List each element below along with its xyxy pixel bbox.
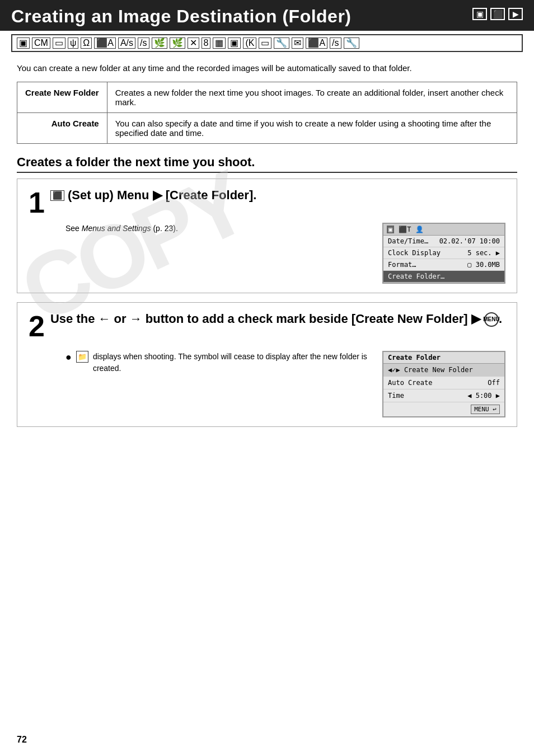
step1-header: 1 ⬛ (Set up) Menu ▶ [Create Folder]. <box>29 188 505 217</box>
step2-number: 2 <box>29 312 45 341</box>
mode-icon-psi: ψ <box>68 37 78 49</box>
folder-menu-btn-row: MENU ↩ <box>383 402 504 416</box>
folder-item-autocreate: Auto Create Off <box>383 377 504 389</box>
mode-icon-x: ✕ <box>188 37 199 49</box>
play-icon: ▶ <box>508 8 523 20</box>
table-label-auto: Auto Create <box>17 112 107 143</box>
header-bar: Creating an Image Destination (Folder) ▣… <box>0 0 534 31</box>
folder-screen: Create Folder ◀✓▶ Create New Folder Auto… <box>382 351 505 417</box>
mode-icon-movie: ▭ <box>53 37 65 49</box>
folder-item-label: ◀✓▶ Create New Folder <box>388 366 473 374</box>
bullet-item: ● 📁 displays when shooting. The symbol w… <box>65 351 371 374</box>
menu-button-circle: MENU <box>484 312 499 327</box>
mode-icon-cm: CM <box>32 37 50 49</box>
setup-menu-icon: ⬛ <box>50 190 64 201</box>
menu-item-label: Clock Display <box>388 249 441 257</box>
camera-screen-step1: ▣ ⬛T 👤 Date/Time… 02.02.'07 10:00 Clock … <box>382 223 505 284</box>
mode-icon-omega: Ω <box>81 37 92 49</box>
menu-item-createfolder: Create Folder… <box>383 271 504 283</box>
camera-screen-header: ▣ ⬛T 👤 <box>383 224 504 236</box>
mode-icon-a1: ⬛A <box>94 37 116 49</box>
camera-icon: ▣ <box>472 8 487 20</box>
mode-icon-s2: /s <box>330 37 341 49</box>
mode-icon-rect: ▭ <box>259 37 271 49</box>
header-mode-icons: ▣ ⬛ ▶ <box>472 8 523 20</box>
mode-icon-f2: 🌿 <box>170 37 185 49</box>
step2-arrow: ▶ <box>471 312 481 326</box>
mode-icon-dot: ▣ <box>228 37 241 49</box>
mode-icon-still: ▣ <box>17 37 30 49</box>
bullet-icon-folder: 📁 <box>76 351 88 363</box>
step1-body: See Menus and Settings (p. 23). ▣ ⬛T 👤 D… <box>65 223 505 284</box>
table-label-create: Create New Folder <box>17 82 107 112</box>
info-table: Create New Folder Creates a new folder t… <box>17 82 517 144</box>
intro-text: You can create a new folder at any time … <box>17 62 517 75</box>
page-number: 72 <box>17 735 27 745</box>
step2-block: 2 Use the ← or → button to add a check m… <box>17 302 517 427</box>
menu-item-value: 02.02.'07 10:00 <box>439 237 500 245</box>
step1-number: 1 <box>29 188 45 217</box>
folder-item-label: Time <box>388 392 404 400</box>
table-desc-create: Creates a new folder the next time you s… <box>107 82 517 112</box>
table-desc-auto: You can also specify a date and time if … <box>107 112 517 143</box>
folder-item-value: ◀ 5:00 ▶ <box>467 392 500 400</box>
video-icon: ⬛ <box>490 8 505 20</box>
mode-icons-strip: ▣ CM ▭ ψ Ω ⬛A A/s /s 🌿 🌿 ✕ 8 ▦ ▣ (K ▭ 🔧 … <box>11 34 523 52</box>
step1-bracket: [Create Folder]. <box>166 188 257 202</box>
mode-icon-a2: A/s <box>118 37 135 49</box>
step1-desc: See Menus and Settings (p. 23). <box>65 223 371 239</box>
step1-heading-text: (Set up) Menu <box>68 188 149 202</box>
folder-screen-title: Create Folder <box>383 352 504 364</box>
bullet-text: displays when shooting. The symbol will … <box>93 351 371 374</box>
step2-body: ● 📁 displays when shooting. The symbol w… <box>65 351 505 417</box>
mode-icon-mail: ✉ <box>292 37 303 49</box>
folder-item-value: Off <box>488 379 500 387</box>
mode-icon-last: 🔧 <box>344 37 359 49</box>
mode-icon-s: /s <box>138 37 149 49</box>
tab-camera: ▣ <box>387 226 394 233</box>
mode-icon-f1: 🌿 <box>152 37 167 49</box>
step2-header: 2 Use the ← or → button to add a check m… <box>29 312 505 341</box>
menu-item-value: ▢ 30.0MB <box>467 261 500 269</box>
mode-icon-k2: 🔧 <box>274 37 289 49</box>
menu-item-label: Create Folder… <box>388 273 444 280</box>
page-title: Creating an Image Destination (Folder) <box>11 7 352 26</box>
folder-item-createnew: ◀✓▶ Create New Folder <box>383 364 504 377</box>
folder-menu-button[interactable]: MENU ↩ <box>471 405 500 414</box>
step1-see-text: See Menus and Settings (p. 23). <box>65 223 371 234</box>
mode-icon-a3: ⬛A <box>306 37 327 49</box>
page-container: COPY Creating an Image Destination (Fold… <box>0 0 534 756</box>
tab-settings: ⬛T <box>399 226 411 233</box>
step1-heading: ⬛ (Set up) Menu ▶ [Create Folder]. <box>50 188 256 203</box>
table-row: Auto Create You can also specify a date … <box>17 112 517 143</box>
main-content: You can create a new folder at any time … <box>0 55 534 427</box>
menu-item-label: Date/Time… <box>388 237 428 245</box>
table-row: Create New Folder Creates a new folder t… <box>17 82 517 112</box>
mode-icon-8: 8 <box>202 37 211 49</box>
menu-item-format: Format… ▢ 30.0MB <box>383 259 504 271</box>
step1-arrow: ▶ <box>153 188 162 202</box>
menu-item-label: Format… <box>388 261 416 269</box>
step1-block: 1 ⬛ (Set up) Menu ▶ [Create Folder]. See… <box>17 179 517 293</box>
menu-item-clockdisplay: Clock Display 5 sec. ▶ <box>383 247 504 259</box>
folder-item-label: Auto Create <box>388 379 432 387</box>
mode-icon-grid: ▦ <box>213 37 226 49</box>
folder-item-time: Time ◀ 5:00 ▶ <box>383 389 504 402</box>
section-heading: Creates a folder the next time you shoot… <box>17 155 517 173</box>
bullet-dot: ● <box>65 350 72 365</box>
mode-icon-k1: (K <box>243 37 256 49</box>
menu-item-datetime: Date/Time… 02.02.'07 10:00 <box>383 236 504 247</box>
step2-heading: Use the ← or → button to add a check mar… <box>50 312 502 327</box>
step2-left: ● 📁 displays when shooting. The symbol w… <box>65 351 371 374</box>
tab-user: 👤 <box>415 226 424 233</box>
menu-item-value: 5 sec. ▶ <box>467 249 500 257</box>
